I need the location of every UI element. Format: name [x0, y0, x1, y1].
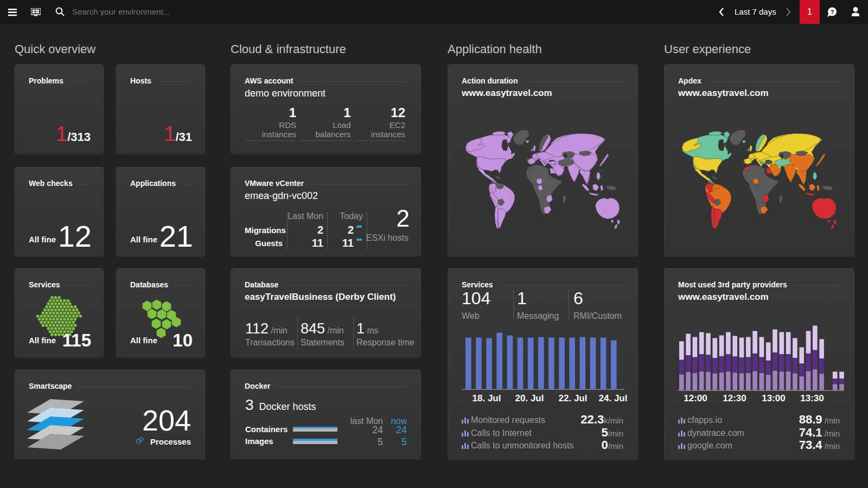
- svg-text:?: ?: [831, 9, 834, 15]
